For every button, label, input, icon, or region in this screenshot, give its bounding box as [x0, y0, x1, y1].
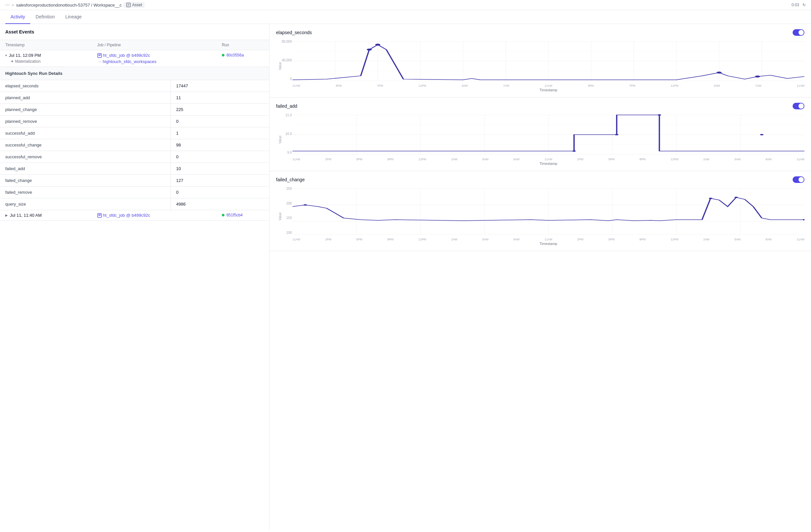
fa-xlabel-15: 5AM [734, 158, 741, 161]
fc-xlabel-13: 11PM [671, 238, 678, 241]
run-badge-1: 80c0556a [222, 53, 264, 58]
pipeline-link[interactable]: hightouch_sfdc_workspaces [103, 59, 156, 64]
y-labels-failed-add: 11.0 10.0 9.0 [278, 113, 292, 154]
fc-xlabel-7: 5AM [483, 238, 489, 241]
event-2-time: Jul 11, 11:40 AM [10, 213, 42, 218]
event-2-timestamp: ▶ Jul 11, 11:40 AM [5, 213, 87, 218]
event-2-run-cell: 851f5cb4 [217, 210, 269, 221]
run-link-1[interactable]: 80c0556a [226, 53, 244, 58]
run-badge-2: 851f5cb4 [222, 213, 264, 217]
svg-point-22 [755, 76, 760, 78]
chart-elapsed-header: elapsed_seconds [276, 29, 805, 36]
refresh-icon[interactable]: ↻ [802, 3, 806, 7]
fa-xlabel-2: 2PM [325, 158, 332, 161]
tab-lineage[interactable]: Lineage [60, 10, 87, 24]
time-display: 0:03 [792, 3, 799, 7]
topbar: ··· > salesforceproductiondonottouch-537… [0, 0, 811, 10]
job-name: ht_sfdc_job @ b499c92c [103, 53, 150, 58]
expand-icon[interactable]: ▾ [5, 53, 7, 57]
fa-xlabel-8: 8AM [513, 158, 520, 161]
val-query_size: 4986 [171, 198, 191, 210]
job-link-2[interactable]: ht_sfdc_job @ b499c92c [97, 213, 212, 218]
fa-xlabel-6: 2AM [451, 158, 457, 161]
run-link-2[interactable]: 851f5cb4 [226, 213, 243, 217]
detail-query_size: query_size 4986 [0, 198, 269, 210]
xlabel-3pm-2: 3PM [587, 84, 594, 87]
topbar-left: ··· > salesforceproductiondonottouch-537… [5, 2, 144, 8]
detail-elapsed_seconds: elapsed_seconds 17447 [0, 80, 269, 92]
fa-xlabel-10: 2PM [577, 158, 584, 161]
event-row-1: ▾ Jul 11, 12:09 PM ✦ Materialization [0, 50, 269, 67]
chart-failed-add-title: failed_add [276, 104, 297, 109]
y-label-100: 10.0 [286, 132, 292, 136]
fc-xlabel-14: 2AM [703, 238, 709, 241]
key-planned_change: planned_change [0, 104, 171, 115]
chart-failed-add-svg [292, 113, 805, 156]
col-run: Run [217, 40, 269, 50]
xlabel-11pm-1: 11PM [419, 84, 427, 87]
toggle-failed-add[interactable] [793, 103, 805, 109]
pipeline-arrow-icon: → [97, 59, 102, 64]
tab-activity[interactable]: Activity [5, 10, 30, 24]
detail-successful_remove: successful_remove 0 [0, 151, 269, 163]
val-successful_add: 1 [171, 127, 184, 139]
y-labels-failed-change: 250 200 150 100 [278, 187, 292, 234]
chart-failed-change-header: failed_change [276, 176, 805, 183]
svg-point-19 [375, 44, 381, 46]
svg-point-51 [709, 198, 712, 199]
xlabel-7am-2: 7AM [755, 84, 761, 87]
job-link[interactable]: ht_sfdc_job @ b499c92c [97, 53, 212, 58]
y-label-150: 150 [286, 216, 292, 220]
chart-elapsed-svg [292, 40, 805, 82]
xlabel-11pm-2: 11PM [671, 84, 678, 87]
fa-xlabel-11: 5PM [608, 158, 614, 161]
pipeline-name: hightouch_sfdc_workspaces [103, 59, 156, 64]
event-1-timestamp-cell: ▾ Jul 11, 12:09 PM ✦ Materialization [0, 50, 92, 67]
xlabel-11am-3: 11AM [797, 84, 805, 87]
event-2-timestamp-cell: ▶ Jul 11, 11:40 AM [0, 210, 92, 221]
chart-failed-add-content: 11.0 10.0 9.0 [292, 113, 805, 161]
col-timestamp: Timestamp [0, 40, 92, 50]
xlabel-11am-1: 11AM [292, 84, 300, 87]
chart-failed-change: failed_change Value 250 200 150 100 [270, 171, 811, 251]
tabs-bar: Activity Definition Lineage [0, 10, 811, 24]
fa-xlabel-17: 11AM [797, 158, 805, 161]
topbar-right: 0:03 ↻ [792, 3, 806, 7]
fc-xlabel-15: 5AM [734, 238, 741, 241]
fc-xlabel-4: 8PM [387, 238, 394, 241]
asset-events-header: Asset Events [0, 24, 269, 40]
expand-icon-2[interactable]: ▶ [5, 214, 8, 217]
chart-failed-add-area: Value 11.0 10.0 9.0 [276, 113, 805, 166]
chart-elapsed-seconds: elapsed_seconds Value 80,000 40,000 0 [270, 24, 811, 97]
toggle-elapsed[interactable] [793, 29, 805, 36]
chart-elapsed-content: 80,000 40,000 0 [292, 40, 805, 87]
x-labels-failed-add: 11AM 2PM 5PM 8PM 11PM 2AM 5AM 8AM 11AM 2… [292, 158, 805, 161]
key-failed_change: failed_change [0, 175, 171, 186]
key-planned_remove: planned_remove [0, 115, 171, 127]
detail-failed_remove: failed_remove 0 [0, 187, 269, 198]
col-job-pipeline: Job / Pipeline [92, 40, 217, 50]
run-id-2: 851f5cb4 [226, 213, 243, 217]
detail-planned_remove: planned_remove 0 [0, 115, 269, 127]
fa-xlabel-12: 8PM [640, 158, 646, 161]
tab-definition[interactable]: Definition [30, 10, 60, 24]
key-successful_add: successful_add [0, 127, 171, 139]
main-layout: Asset Events Timestamp Job / Pipeline Ru… [0, 24, 811, 530]
run-id-1: 80c0556a [226, 53, 244, 58]
event-1-run-cell: 80c0556a [217, 50, 269, 67]
fc-xlabel-12: 8PM [640, 238, 646, 241]
menu-dots[interactable]: ··· [5, 2, 10, 8]
svg-point-20 [367, 49, 372, 50]
chart-failed-add: failed_add Value 11.0 10.0 9.0 [270, 97, 811, 171]
fa-xlabel-9: 11AM [545, 158, 552, 161]
fc-xlabel-6: 2AM [451, 238, 457, 241]
xlabel-3am-1: 3AM [462, 84, 468, 87]
event-1-timestamp: ▾ Jul 11, 12:09 PM [5, 53, 87, 58]
event-2-pipeline-cell: ht_sfdc_job @ b499c92c [92, 210, 217, 221]
chart-elapsed-title: elapsed_seconds [276, 30, 312, 35]
xlabel-3am-2: 3AM [714, 84, 720, 87]
val-failed_change: 127 [171, 175, 189, 186]
event-1-time: Jul 11, 12:09 PM [9, 53, 41, 58]
y-labels-elapsed: 80,000 40,000 0 [278, 40, 292, 81]
toggle-failed-change[interactable] [793, 176, 805, 183]
